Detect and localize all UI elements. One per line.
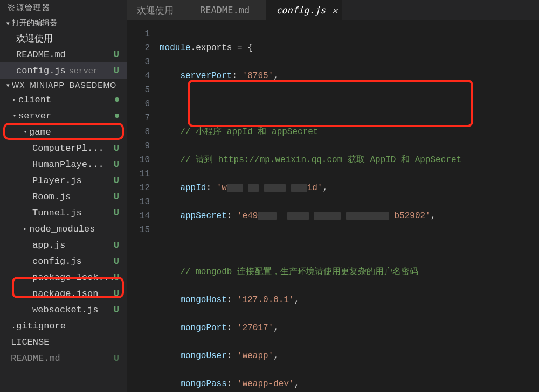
chevron-down-icon: ▾ — [11, 113, 18, 119]
file-tree: ▸ client ▾ server ▾ game ComputerPl...U … — [0, 92, 127, 366]
file-computerplayer[interactable]: ComputerPl...U — [0, 140, 127, 156]
git-status-badge: U — [114, 50, 119, 60]
tree-label: ComputerPl... — [32, 143, 104, 153]
tree-label: README.md — [11, 353, 60, 363]
file-websocket[interactable]: websocket.jsU — [0, 302, 127, 318]
folder-client[interactable]: ▸ client — [0, 92, 127, 108]
folder-node-modules[interactable]: ▸ node_modules — [0, 221, 127, 237]
line-gutter: 123 456 789 101112 131415 — [127, 20, 160, 392]
tree-label: package-lock.... — [32, 272, 120, 283]
open-editor-label: README.md — [0, 50, 66, 60]
folder-server[interactable]: ▾ server — [0, 108, 127, 124]
tree-label: websocket.js — [32, 305, 98, 315]
git-status-badge: U — [114, 272, 119, 283]
code-content[interactable]: module.exports = { serverPort: '8765', /… — [160, 20, 461, 392]
file-package-json[interactable]: package.jsonU — [0, 285, 127, 302]
tree-label: LICENSE — [11, 337, 49, 347]
git-status-badge: U — [114, 192, 119, 202]
file-configjs[interactable]: config.jsU — [0, 253, 127, 269]
open-editors-header[interactable]: ▾ 打开的编辑器 — [0, 16, 127, 30]
project-header[interactable]: ▾ WX_MINIAPP_BASEDEMO — [0, 79, 127, 92]
git-status-badge: U — [114, 353, 119, 363]
code-editor[interactable]: 123 456 789 101112 131415 module.exports… — [127, 20, 539, 392]
file-gitignore[interactable]: .gitignore — [0, 318, 127, 334]
open-editors-label: 打开的编辑器 — [12, 18, 57, 28]
open-editors-list: 欢迎使用 README.md U config.jsserver U — [0, 30, 127, 79]
tree-label: config.js — [32, 256, 82, 267]
close-icon[interactable]: × — [331, 5, 337, 16]
editor-area: 欢迎使用 README.md config.js × 123 456 789 1… — [127, 0, 539, 392]
file-readme[interactable]: README.mdU — [0, 350, 127, 366]
tab-configjs[interactable]: config.js × — [266, 0, 342, 20]
tree-label: Player.js — [32, 176, 82, 186]
file-player[interactable]: Player.jsU — [0, 172, 127, 188]
chevron-right-icon: ▸ — [11, 96, 18, 103]
git-status-badge: U — [114, 240, 119, 250]
explorer-sidebar: 资源管理器 ▾ 打开的编辑器 欢迎使用 README.md U config.j… — [0, 0, 127, 392]
file-package-lock[interactable]: package-lock....U — [0, 269, 127, 285]
git-dot-badge — [115, 114, 119, 118]
file-tunnel[interactable]: Tunnel.jsU — [0, 205, 127, 221]
git-status-badge: U — [114, 289, 119, 299]
git-status-badge: U — [114, 143, 119, 153]
tab-label: 欢迎使用 — [137, 4, 174, 17]
open-editor-label: config.jsserver — [0, 66, 98, 76]
file-appjs[interactable]: app.jsU — [0, 237, 127, 253]
chevron-right-icon: ▸ — [22, 226, 29, 232]
git-status-badge: U — [114, 66, 119, 76]
open-editor-welcome[interactable]: 欢迎使用 — [0, 30, 127, 46]
tab-label: config.js — [276, 5, 326, 16]
open-editor-readme[interactable]: README.md U — [0, 46, 127, 62]
open-editor-label: 欢迎使用 — [0, 32, 53, 45]
tree-label: HumanPlaye... — [32, 159, 104, 170]
git-status-badge: U — [114, 305, 119, 315]
tree-label: .gitignore — [11, 321, 66, 331]
git-status-badge: U — [114, 176, 119, 186]
git-status-badge: U — [114, 159, 119, 170]
explorer-title: 资源管理器 — [0, 0, 127, 16]
tree-label: Room.js — [32, 192, 71, 202]
folder-game[interactable]: ▾ game — [0, 124, 127, 140]
tab-label: README.md — [200, 5, 250, 16]
tree-label: Tunnel.js — [32, 208, 82, 218]
tree-label: client — [18, 95, 51, 105]
git-status-badge: U — [114, 208, 119, 218]
tree-label: node_modules — [29, 224, 95, 234]
tree-label: server — [18, 111, 51, 121]
git-status-badge: U — [114, 256, 119, 267]
tree-label: game — [29, 127, 51, 137]
file-license[interactable]: LICENSE — [0, 334, 127, 350]
file-room[interactable]: Room.jsU — [0, 188, 127, 205]
chevron-down-icon: ▾ — [4, 20, 12, 27]
project-name: WX_MINIAPP_BASEDEMO — [12, 81, 116, 89]
chevron-down-icon: ▾ — [22, 129, 29, 135]
tree-label: package.json — [32, 289, 98, 299]
tree-label: app.js — [32, 240, 65, 250]
file-humanplayer[interactable]: HumanPlaye...U — [0, 156, 127, 172]
tab-welcome[interactable]: 欢迎使用 — [127, 0, 190, 20]
open-editor-configjs[interactable]: config.jsserver U — [0, 62, 127, 79]
tab-bar: 欢迎使用 README.md config.js × — [127, 0, 539, 20]
chevron-down-icon: ▾ — [4, 82, 12, 89]
tab-readme[interactable]: README.md — [190, 0, 266, 20]
git-dot-badge — [115, 97, 119, 102]
